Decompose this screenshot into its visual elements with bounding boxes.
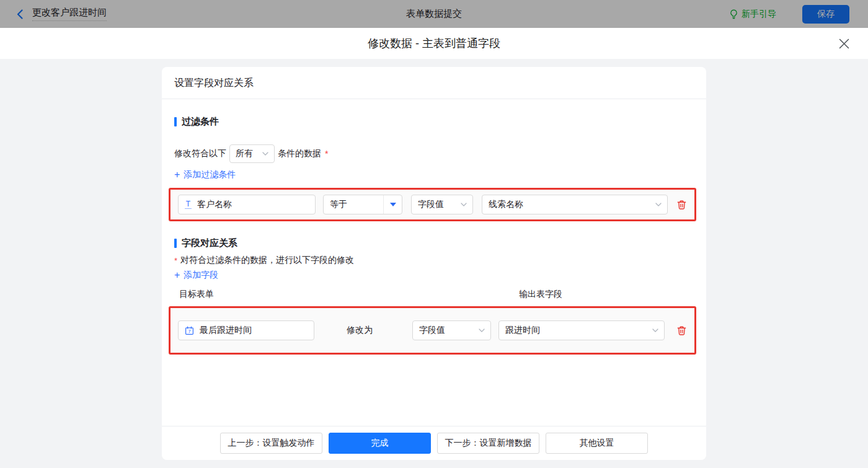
dialog-title: 修改数据 - 主表到普通字段 bbox=[0, 28, 868, 59]
chevron-down-icon bbox=[479, 329, 485, 332]
prev-step-button[interactable]: 上一步：设置触发动作 bbox=[220, 433, 322, 454]
add-filter-condition-link[interactable]: + 添加过滤条件 bbox=[174, 169, 236, 180]
chevron-down-icon bbox=[461, 203, 467, 206]
calendar-icon: 7 bbox=[185, 326, 194, 335]
mapping-section-title: 字段对应关系 bbox=[174, 237, 694, 249]
other-settings-button[interactable]: 其他设置 bbox=[546, 433, 648, 454]
target-field-input[interactable]: 7 最后跟进时间 bbox=[178, 320, 314, 340]
done-button[interactable]: 完成 bbox=[329, 433, 431, 454]
target-form-label: 目标表单 bbox=[179, 289, 214, 300]
mapping-value-select[interactable]: 跟进时间 bbox=[498, 320, 665, 340]
filter-section-title: 过滤条件 bbox=[174, 116, 694, 128]
chevron-down-icon bbox=[655, 203, 662, 206]
mapping-row-highlight: 7 最后跟进时间 修改为 字段值 跟进时间 bbox=[169, 306, 696, 355]
operator-caret-zone[interactable] bbox=[383, 195, 402, 214]
operator-select[interactable]: 等于 bbox=[323, 195, 402, 214]
filter-field-input[interactable]: T 客户名称 bbox=[178, 195, 316, 214]
settings-card: 设置字段对应关系 过滤条件 修改符合以下 所有 条件的数据 * + 添加过滤条件 bbox=[162, 67, 706, 460]
required-mark: * bbox=[325, 149, 328, 159]
output-field-label: 输出表字段 bbox=[519, 289, 562, 300]
chevron-down-icon bbox=[652, 329, 658, 332]
mapping-desc: * 对符合过滤条件的数据，进行以下字段的修改 bbox=[174, 255, 694, 266]
value-type-select[interactable]: 字段值 bbox=[411, 195, 473, 214]
condition-prefix: 修改符合以下 bbox=[174, 148, 226, 159]
chevron-down-icon bbox=[262, 152, 268, 156]
filter-row-highlight: T 客户名称 等于 字段值 线索名称 bbox=[169, 188, 696, 221]
section-bar bbox=[174, 239, 177, 248]
target-field-value: 最后跟进时间 bbox=[200, 325, 252, 336]
close-icon[interactable] bbox=[836, 35, 852, 51]
modal-overlay bbox=[0, 0, 868, 28]
caret-down-icon bbox=[390, 203, 396, 206]
filter-field-value: 客户名称 bbox=[197, 199, 232, 210]
match-type-select[interactable]: 所有 bbox=[229, 144, 275, 163]
plus-icon: + bbox=[174, 169, 180, 180]
dialog-header: 修改数据 - 主表到普通字段 bbox=[0, 28, 868, 59]
delete-filter-icon[interactable] bbox=[676, 200, 687, 210]
top-bar: 更改客户跟进时间 表单数据提交 新手引导 保存 bbox=[0, 0, 868, 28]
section-bar bbox=[174, 117, 177, 126]
modify-to-label: 修改为 bbox=[347, 325, 374, 336]
mapping-column-labels: 目标表单 输出表字段 bbox=[174, 289, 694, 300]
svg-text:7: 7 bbox=[188, 329, 190, 334]
add-field-link[interactable]: + 添加字段 bbox=[174, 270, 218, 281]
dialog-body: 设置字段对应关系 过滤条件 修改符合以下 所有 条件的数据 * + 添加过滤条件 bbox=[0, 59, 868, 468]
value-select[interactable]: 线索名称 bbox=[482, 195, 668, 214]
card-footer: 上一步：设置触发动作 完成 下一步：设置新增数据 其他设置 bbox=[162, 426, 706, 460]
next-step-button[interactable]: 下一步：设置新增数据 bbox=[437, 433, 539, 454]
delete-mapping-icon[interactable] bbox=[676, 325, 687, 336]
mapping-value-type-select[interactable]: 字段值 bbox=[412, 320, 491, 340]
required-mark: * bbox=[174, 256, 177, 265]
condition-row: 修改符合以下 所有 条件的数据 * bbox=[174, 144, 694, 163]
plus-icon: + bbox=[174, 270, 180, 281]
card-title: 设置字段对应关系 bbox=[162, 67, 706, 99]
condition-suffix: 条件的数据 bbox=[278, 148, 321, 159]
text-field-icon: T bbox=[185, 200, 192, 209]
